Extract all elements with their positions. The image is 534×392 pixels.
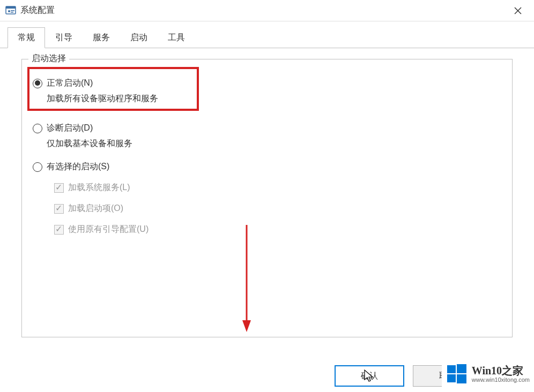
- checkbox-icon: [54, 225, 64, 235]
- checkbox-label: 加载启动项(O): [68, 203, 123, 214]
- svg-rect-12: [457, 374, 466, 383]
- radio-icon: [33, 162, 42, 172]
- radio-selective-startup[interactable]: 有选择的启动(S): [33, 161, 501, 172]
- startup-selection-group: 启动选择 正常启动(N) 加载所有设备驱动程序和服务 诊断启动(D) 仅加载基本…: [21, 59, 513, 337]
- svg-rect-10: [457, 364, 466, 373]
- checkbox-label: 使用原有引导配置(U): [68, 224, 149, 235]
- checkbox-label: 加载系统服务(L): [68, 182, 130, 193]
- radio-icon: [33, 79, 42, 88]
- svg-rect-4: [11, 12, 13, 13]
- check-load-startup-items: 加载启动项(O): [54, 203, 501, 214]
- tab-tools[interactable]: 工具: [158, 27, 195, 48]
- tab-strip: 常规 引导 服务 启动 工具: [0, 21, 534, 48]
- titlebar: 系统配置: [0, 0, 534, 21]
- msconfig-window: 系统配置 常规 引导 服务 启动 工具 启动选择 正常启动(N) 加载所有设备驱…: [0, 0, 534, 392]
- radio-label: 正常启动(N): [47, 78, 93, 89]
- tab-general[interactable]: 常规: [8, 27, 45, 48]
- content-pane: 启动选择 正常启动(N) 加载所有设备驱动程序和服务 诊断启动(D) 仅加载基本…: [0, 48, 534, 348]
- svg-point-2: [8, 10, 10, 12]
- watermark: Win10之家 www.win10xitong.com: [442, 361, 534, 387]
- radio-icon: [33, 124, 42, 133]
- check-use-original-boot-config: 使用原有引导配置(U): [54, 224, 501, 235]
- close-button[interactable]: [507, 0, 529, 21]
- ok-button[interactable]: 确认: [335, 365, 404, 387]
- checkbox-icon: [54, 204, 64, 214]
- svg-rect-3: [11, 10, 14, 11]
- radio-description: 加载所有设备驱动程序和服务: [47, 93, 191, 104]
- radio-diagnostic-startup[interactable]: 诊断启动(D): [33, 123, 501, 134]
- svg-rect-9: [447, 365, 456, 373]
- radio-label: 诊断启动(D): [47, 123, 93, 134]
- watermark-url: www.win10xitong.com: [472, 376, 530, 383]
- svg-rect-1: [6, 6, 16, 9]
- tab-boot[interactable]: 引导: [45, 27, 83, 48]
- group-label: 启动选择: [28, 53, 69, 64]
- checkbox-icon: [54, 183, 64, 193]
- tab-services[interactable]: 服务: [83, 27, 120, 48]
- window-title: 系统配置: [20, 5, 507, 16]
- selective-sub-options: 加载系统服务(L) 加载启动项(O) 使用原有引导配置(U): [54, 182, 501, 235]
- windows-logo-icon: [446, 363, 468, 385]
- app-icon: [5, 5, 16, 16]
- tab-startup[interactable]: 启动: [120, 27, 158, 48]
- highlight-annotation: 正常启动(N) 加载所有设备驱动程序和服务: [27, 67, 199, 111]
- button-label: 确认: [361, 371, 378, 382]
- check-load-system-services: 加载系统服务(L): [54, 182, 501, 193]
- radio-description: 仅加载基本设备和服务: [47, 138, 501, 149]
- watermark-title: Win10之家: [472, 365, 530, 376]
- radio-label: 有选择的启动(S): [47, 161, 109, 172]
- svg-rect-11: [447, 374, 456, 382]
- radio-normal-startup[interactable]: 正常启动(N): [33, 78, 191, 89]
